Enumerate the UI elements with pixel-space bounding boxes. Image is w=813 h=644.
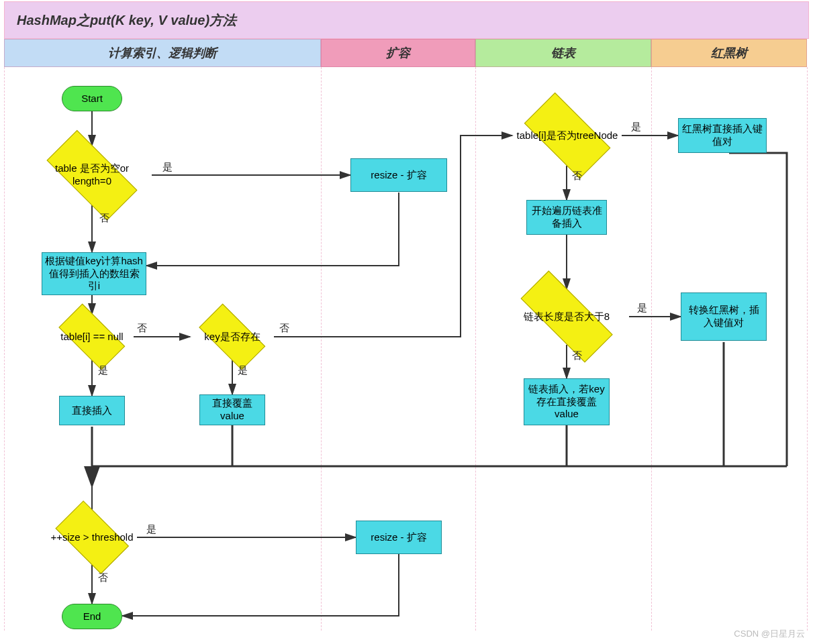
edge-label-tree-yes: 是 xyxy=(631,121,641,133)
edge-label-len-yes: 是 xyxy=(637,302,647,315)
process-begin-iterate: 开始遍历链表准备插入 xyxy=(526,200,607,235)
process-resize-2: resize - 扩容 xyxy=(356,521,442,554)
process-list-insert: 链表插入，若key存在直接覆盖value xyxy=(524,378,610,425)
decision-is-treenode: table[i]是否为treeNode xyxy=(512,105,622,166)
process-direct-insert: 直接插入 xyxy=(59,396,125,425)
decision-size-threshold-text: ++size > threshold xyxy=(51,531,134,544)
column-header-1: 计算索引、逻辑判断 xyxy=(4,39,321,67)
diagram-title: HashMap之put(K key, V value)方法 xyxy=(4,1,809,39)
process-resize-1: resize - 扩容 xyxy=(350,158,447,192)
diagram-root: HashMap之put(K key, V value)方法 计算索引、逻辑判断 … xyxy=(0,0,813,644)
process-tree-insert: 红黑树直接插入键值对 xyxy=(678,118,767,153)
process-override: 直接覆盖value xyxy=(199,394,265,425)
decision-len-gt8: 链表长度是否大于8 xyxy=(503,289,630,344)
edge-label-len-no: 否 xyxy=(572,350,582,362)
decision-key-exist-text: key是否存在 xyxy=(204,331,260,343)
edge-label-key-yes: 是 xyxy=(238,364,248,377)
swimlane-header-row: 计算索引、逻辑判断 扩容 链表 红黑树 xyxy=(4,39,809,67)
decision-table-empty-text: table 是否为空or length=0 xyxy=(35,162,149,188)
edge-label-key-no: 否 xyxy=(279,322,289,335)
edge-label-table-empty-no: 否 xyxy=(99,212,109,225)
process-compute-index: 根据键值key计算hash值得到插入的数组索引i xyxy=(42,252,146,295)
edge-label-size-no: 否 xyxy=(98,572,108,584)
edge-label-tnull-yes: 是 xyxy=(98,364,108,377)
terminator-end: End xyxy=(62,604,122,629)
edge-label-table-empty-yes: 是 xyxy=(162,161,173,174)
edge-label-tnull-no: 否 xyxy=(137,322,147,335)
diagram-canvas: Start table 是否为空or length=0 根据键值key计算has… xyxy=(4,67,809,631)
column-header-4: 红黑树 xyxy=(651,39,807,67)
decision-is-treenode-text: table[i]是否为treeNode xyxy=(517,129,618,142)
column-header-2: 扩容 xyxy=(321,39,475,67)
column-header-3: 链表 xyxy=(475,39,651,67)
decision-table-i-null: table[i] == null xyxy=(50,314,134,360)
decision-table-i-null-text: table[i] == null xyxy=(60,331,123,343)
edge-label-tree-no: 否 xyxy=(572,170,582,182)
edge-label-size-yes: 是 xyxy=(146,523,156,536)
decision-table-empty: table 是否为空or length=0 xyxy=(32,146,152,205)
decision-len-gt8-text: 链表长度是否大于8 xyxy=(524,311,610,323)
decision-key-exist: key是否存在 xyxy=(190,314,275,360)
process-treeify: 转换红黑树，插入键值对 xyxy=(681,292,767,341)
terminator-start: Start xyxy=(62,86,122,111)
decision-size-threshold: ++size > threshold xyxy=(47,510,137,565)
